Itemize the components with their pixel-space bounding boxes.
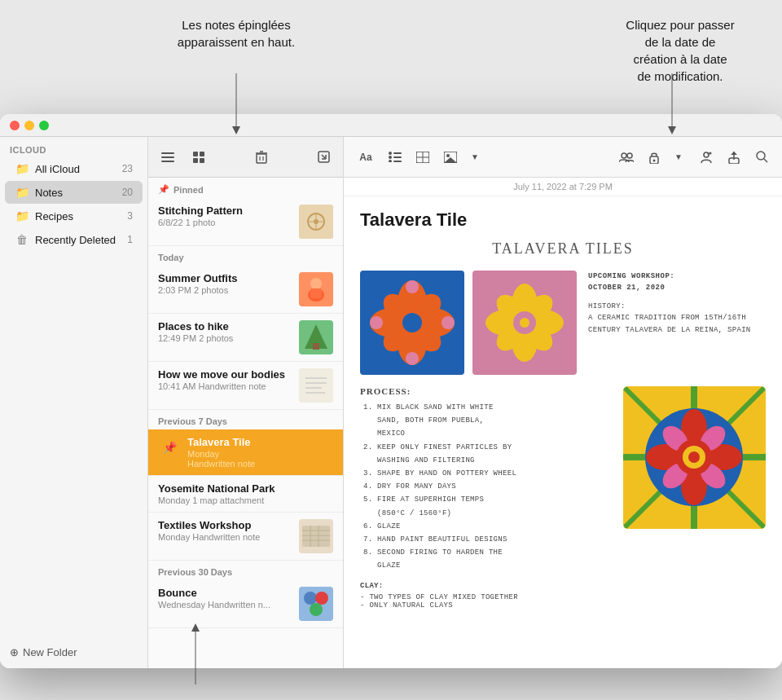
panel-toolbar xyxy=(148,137,343,178)
search-button[interactable] xyxy=(751,147,772,168)
sidebar-item-count: 23 xyxy=(116,163,133,174)
sidebar-item-all-icloud[interactable]: 📁 All iCloud 23 xyxy=(5,157,143,180)
note-thumbnail xyxy=(299,320,333,354)
note-thumbnail xyxy=(299,272,333,306)
svg-point-47 xyxy=(310,603,323,616)
minimize-button[interactable] xyxy=(24,121,34,130)
share-collab-button[interactable] xyxy=(696,147,717,168)
svg-marker-68 xyxy=(731,152,737,155)
collab-icon[interactable] xyxy=(616,147,637,168)
folder-icon: 📁 xyxy=(15,161,29,176)
process-list: 1. MIX BLACK SAND WITH WHITE SAND, BOTH … xyxy=(360,401,612,572)
sidebar-item-label: Recipes xyxy=(35,210,116,222)
svg-point-24 xyxy=(314,219,319,224)
share-button[interactable] xyxy=(723,147,745,168)
table-button[interactable] xyxy=(412,147,433,168)
svg-point-84 xyxy=(406,352,419,365)
maximize-button[interactable] xyxy=(39,121,49,130)
clay-title: CLAY: xyxy=(360,582,766,590)
folder-icon: 📁 xyxy=(15,185,29,200)
sidebar-item-count: 1 xyxy=(116,234,133,245)
note-subtitle: Handwritten note xyxy=(187,459,333,469)
note-title: Yosemite National Park xyxy=(158,482,333,495)
note-meta: Wednesday Handwritten n... xyxy=(158,600,292,610)
compose-button[interactable] xyxy=(312,146,335,169)
svg-point-45 xyxy=(304,592,317,605)
note-title: Summer Outfits xyxy=(158,272,292,284)
svg-point-83 xyxy=(406,280,419,293)
upcoming-label: UPCOMING WORKSHOP: OCTOBER 21, 2020 xyxy=(588,271,766,294)
close-button[interactable] xyxy=(10,121,20,130)
svg-rect-7 xyxy=(193,152,198,156)
svg-point-86 xyxy=(442,316,455,329)
svg-point-85 xyxy=(370,316,383,329)
svg-point-46 xyxy=(315,592,328,605)
note-item-talavera-tile[interactable]: 📌 Talavera Tile Monday Handwritten note xyxy=(148,429,343,476)
lock-dropdown[interactable]: ▼ xyxy=(668,147,689,168)
note-meta: Monday 1 map attachment xyxy=(158,495,333,505)
note-title: Textiles Workshop xyxy=(158,519,292,531)
sidebar-item-label: All iCloud xyxy=(35,163,116,175)
note-item-yosemite[interactable]: Yosemite National Park Monday 1 map atta… xyxy=(148,476,343,513)
notes-list: 📌 Pinned Stitching Pattern 6/8/22 1 phot… xyxy=(148,178,343,668)
svg-rect-51 xyxy=(393,156,402,158)
clay-note-1: - TWO TYPES OF CLAY MIXED TOGETHER xyxy=(360,593,766,601)
svg-point-50 xyxy=(389,156,392,159)
note-item-stitching[interactable]: Stitching Pattern 6/8/22 1 photo xyxy=(148,198,343,246)
process-title: PROCESS: xyxy=(360,386,612,396)
svg-rect-38 xyxy=(302,526,330,547)
svg-rect-5 xyxy=(161,156,174,158)
tile-image-2 xyxy=(472,271,577,375)
note-item-summer-outfits[interactable]: Summer Outfits 2:03 PM 2 photos xyxy=(148,266,343,314)
new-folder-button[interactable]: ⊕ New Folder xyxy=(10,643,138,662)
delete-button[interactable] xyxy=(250,146,273,169)
sidebar-item-recipes[interactable]: 📁 Recipes 3 xyxy=(5,205,143,227)
svg-point-60 xyxy=(622,153,626,158)
tile-image-large xyxy=(623,386,766,529)
svg-rect-10 xyxy=(200,158,204,163)
sidebar-item-notes[interactable]: 📁 Notes 20 xyxy=(5,181,143,204)
note-item-how-we-move[interactable]: How we move our bodies 10:41 AM Handwrit… xyxy=(148,362,343,410)
media-dropdown[interactable]: ▼ xyxy=(464,147,485,168)
title-bar xyxy=(0,114,782,137)
svg-rect-9 xyxy=(193,158,198,163)
grid-view-button[interactable] xyxy=(187,146,210,169)
lock-button[interactable] xyxy=(644,147,665,168)
svg-point-58 xyxy=(446,154,450,157)
sidebar: iCloud 📁 All iCloud 23 📁 Notes 20 xyxy=(0,137,148,668)
note-meta: 6/8/22 1 photo xyxy=(158,218,292,227)
note-item-bounce[interactable]: Bounce Wednesday Handwritten n... xyxy=(148,580,343,628)
svg-point-52 xyxy=(389,160,392,162)
note-thumbnail xyxy=(299,519,333,553)
note-title: Talavera Tile xyxy=(187,436,333,448)
list-view-button[interactable] xyxy=(156,146,179,169)
note-item-textiles[interactable]: Textiles Workshop Monday Handwritten not… xyxy=(148,513,343,561)
svg-point-63 xyxy=(653,159,656,161)
callout-date-toggle: Cliquez pour passer de la date de créati… xyxy=(595,16,766,85)
sidebar-item-recently-deleted[interactable]: 🗑 Recently Deleted 1 xyxy=(5,228,143,251)
svg-rect-53 xyxy=(393,161,402,162)
history-label: HISTORY: A CERAMIC TRADITION FROM 15TH/1… xyxy=(588,301,766,336)
svg-rect-6 xyxy=(161,161,174,162)
note-meta: Monday xyxy=(187,449,333,459)
note-title: Bounce xyxy=(158,587,292,599)
svg-rect-28 xyxy=(310,288,322,298)
media-button[interactable] xyxy=(440,147,461,168)
note-title: How we move our bodies xyxy=(158,368,292,381)
svg-rect-49 xyxy=(393,152,402,154)
tile-image-1 xyxy=(360,271,464,375)
main-content: iCloud 📁 All iCloud 23 📁 Notes 20 xyxy=(0,137,782,668)
font-button[interactable]: Aa xyxy=(354,147,378,168)
svg-point-98 xyxy=(520,318,529,328)
svg-marker-59 xyxy=(444,157,457,163)
traffic-lights xyxy=(10,121,49,130)
svg-rect-8 xyxy=(200,152,204,156)
editor-content[interactable]: Talavera Tile TALAVERA TILES xyxy=(344,196,782,668)
editor-note-title: Talavera Tile xyxy=(360,209,766,231)
plus-icon: ⊕ xyxy=(10,646,19,658)
pin-icon: 📌 xyxy=(158,184,169,195)
list-style-button[interactable] xyxy=(384,147,406,168)
sidebar-item-count: 20 xyxy=(116,187,133,198)
svg-line-71 xyxy=(764,159,767,162)
note-item-places-to-hike[interactable]: Places to hike 12:49 PM 2 photos xyxy=(148,314,343,362)
